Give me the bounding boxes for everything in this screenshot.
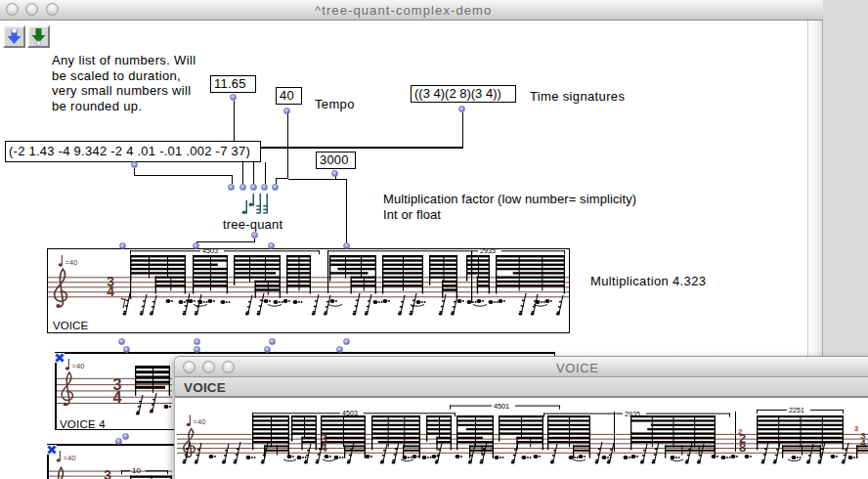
svg-text:8: 8 (739, 440, 746, 455)
svg-text:4501: 4501 (494, 402, 509, 411)
svg-text:=40: =40 (194, 417, 206, 426)
svg-text:3: 3 (854, 424, 858, 433)
svg-text:2251: 2251 (789, 406, 804, 414)
